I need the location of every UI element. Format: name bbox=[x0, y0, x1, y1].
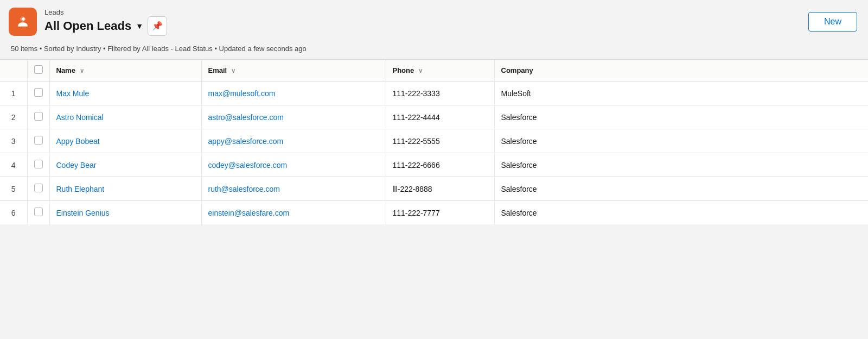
lead-email-link[interactable]: einstein@salesfare.com bbox=[208, 209, 290, 217]
row-checkbox-cell[interactable] bbox=[27, 105, 49, 129]
row-checkbox[interactable] bbox=[34, 208, 43, 216]
row-phone: 111-222-5555 bbox=[386, 129, 494, 153]
row-company: MuleSoft bbox=[494, 81, 868, 105]
row-email[interactable]: codey@salesforce.com bbox=[201, 153, 386, 177]
row-checkbox[interactable] bbox=[34, 136, 43, 145]
pin-icon: 📌 bbox=[152, 21, 163, 31]
row-email[interactable]: ruth@salesforce.com bbox=[201, 177, 386, 201]
row-phone: 111-222-3333 bbox=[386, 81, 494, 105]
row-phone: 111-222-4444 bbox=[386, 105, 494, 129]
page-header: ✦ Leads All Open Leads ▼ 📌 New bbox=[0, 0, 868, 41]
lead-email-link[interactable]: appy@salesforce.com bbox=[208, 137, 284, 146]
phone-sort-icon[interactable]: ∨ bbox=[418, 67, 423, 74]
leads-table: Name ∨ Email ∨ Phone ∨ Company 1Max Mule… bbox=[0, 60, 868, 224]
subtitle-bar: 50 items • Sorted by Industry • Filtered… bbox=[0, 41, 868, 59]
lead-email-link[interactable]: max@mulesoft.com bbox=[208, 89, 276, 98]
svg-text:✦: ✦ bbox=[20, 16, 26, 23]
row-checkbox[interactable] bbox=[34, 160, 43, 168]
row-company: Salesforce bbox=[494, 129, 868, 153]
lead-name-link[interactable]: Ruth Elephant bbox=[56, 185, 105, 193]
table-header-row: Name ∨ Email ∨ Phone ∨ Company bbox=[0, 60, 868, 81]
new-button[interactable]: New bbox=[808, 12, 857, 32]
app-label: Leads bbox=[44, 8, 167, 16]
subtitle-text: 50 items • Sorted by Industry • Filtered… bbox=[11, 45, 307, 53]
lead-email-link[interactable]: ruth@salesforce.com bbox=[208, 185, 280, 193]
col-header-phone[interactable]: Phone ∨ bbox=[386, 60, 494, 81]
col-header-company: Company bbox=[494, 60, 868, 81]
lead-name-link[interactable]: Astro Nomical bbox=[56, 113, 104, 122]
row-name[interactable]: Astro Nomical bbox=[49, 105, 201, 129]
row-num: 2 bbox=[0, 105, 27, 129]
col-header-name[interactable]: Name ∨ bbox=[49, 60, 201, 81]
lead-name-link[interactable]: Appy Bobeat bbox=[56, 137, 100, 146]
row-checkbox[interactable] bbox=[34, 112, 43, 121]
email-sort-icon[interactable]: ∨ bbox=[231, 67, 235, 74]
page-title: All Open Leads bbox=[44, 19, 131, 33]
row-email[interactable]: max@mulesoft.com bbox=[201, 81, 386, 105]
row-num: 3 bbox=[0, 129, 27, 153]
row-checkbox[interactable] bbox=[34, 88, 43, 97]
header-left: ✦ Leads All Open Leads ▼ 📌 bbox=[9, 8, 167, 36]
select-all-checkbox[interactable] bbox=[34, 65, 43, 74]
table-row: 1Max Mulemax@mulesoft.com111-222-3333Mul… bbox=[0, 81, 868, 105]
row-checkbox-cell[interactable] bbox=[27, 201, 49, 225]
row-checkbox[interactable] bbox=[34, 184, 43, 192]
row-num: 5 bbox=[0, 177, 27, 201]
table-body: 1Max Mulemax@mulesoft.com111-222-3333Mul… bbox=[0, 81, 868, 225]
lead-email-link[interactable]: astro@salesforce.com bbox=[208, 113, 284, 122]
row-email[interactable]: einstein@salesfare.com bbox=[201, 201, 386, 225]
row-name[interactable]: Ruth Elephant bbox=[49, 177, 201, 201]
table-row: 4Codey Bearcodey@salesforce.com111-222-6… bbox=[0, 153, 868, 177]
row-num: 4 bbox=[0, 153, 27, 177]
row-checkbox-cell[interactable] bbox=[27, 177, 49, 201]
col-header-check[interactable] bbox=[27, 60, 49, 81]
row-company: Salesforce bbox=[494, 153, 868, 177]
row-phone: lll-222-8888 bbox=[386, 177, 494, 201]
row-checkbox-cell[interactable] bbox=[27, 81, 49, 105]
col-header-email[interactable]: Email ∨ bbox=[201, 60, 386, 81]
row-phone: 111-222-7777 bbox=[386, 201, 494, 225]
row-email[interactable]: astro@salesforce.com bbox=[201, 105, 386, 129]
lead-name-link[interactable]: Einstein Genius bbox=[56, 209, 110, 217]
table-row: 3Appy Bobeatappy@salesforce.com111-222-5… bbox=[0, 129, 868, 153]
lead-name-link[interactable]: Max Mule bbox=[56, 89, 90, 98]
title-main: All Open Leads ▼ 📌 bbox=[44, 16, 167, 36]
col-header-num bbox=[0, 60, 27, 81]
row-email[interactable]: appy@salesforce.com bbox=[201, 129, 386, 153]
row-checkbox-cell[interactable] bbox=[27, 153, 49, 177]
row-company: Salesforce bbox=[494, 105, 868, 129]
title-block: Leads All Open Leads ▼ 📌 bbox=[44, 8, 167, 36]
row-num: 1 bbox=[0, 81, 27, 105]
row-name[interactable]: Einstein Genius bbox=[49, 201, 201, 225]
row-name[interactable]: Appy Bobeat bbox=[49, 129, 201, 153]
app-icon: ✦ bbox=[9, 8, 37, 36]
pin-button[interactable]: 📌 bbox=[148, 16, 167, 36]
row-num: 6 bbox=[0, 201, 27, 225]
table-row: 5Ruth Elephantruth@salesforce.comlll-222… bbox=[0, 177, 868, 201]
row-phone: 111-222-6666 bbox=[386, 153, 494, 177]
table-row: 2Astro Nomicalastro@salesforce.com111-22… bbox=[0, 105, 868, 129]
row-checkbox-cell[interactable] bbox=[27, 129, 49, 153]
row-name[interactable]: Max Mule bbox=[49, 81, 201, 105]
lead-name-link[interactable]: Codey Bear bbox=[56, 161, 97, 170]
row-company: Salesforce bbox=[494, 177, 868, 201]
table-container: Name ∨ Email ∨ Phone ∨ Company 1Max Mule… bbox=[0, 59, 868, 224]
table-row: 6Einstein Geniuseinstein@salesfare.com11… bbox=[0, 201, 868, 225]
dropdown-arrow-icon[interactable]: ▼ bbox=[136, 22, 143, 30]
row-name[interactable]: Codey Bear bbox=[49, 153, 201, 177]
row-company: Salesforce bbox=[494, 201, 868, 225]
name-sort-icon[interactable]: ∨ bbox=[80, 67, 84, 74]
lead-email-link[interactable]: codey@salesforce.com bbox=[208, 161, 288, 170]
